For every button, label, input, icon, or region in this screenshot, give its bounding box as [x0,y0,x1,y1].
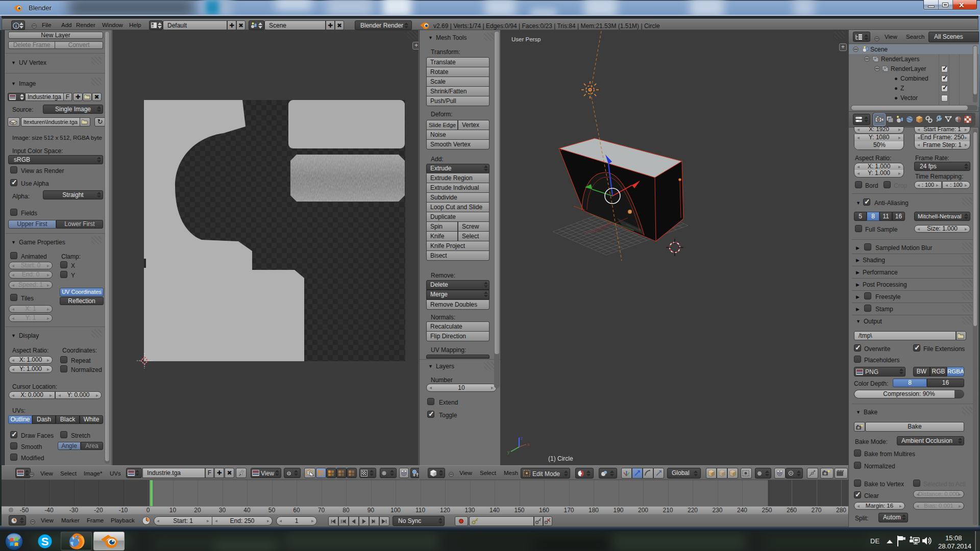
svg-text:S: S [41,535,49,548]
svg-text:y: y [507,449,510,455]
svg-text:i: i [15,23,17,29]
svg-text:x: x [527,442,530,447]
svg-text:z: z [521,436,523,441]
